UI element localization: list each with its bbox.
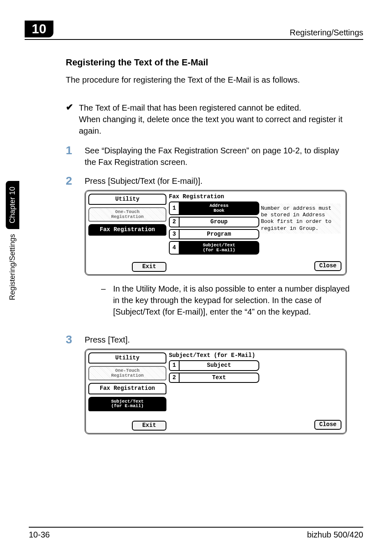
list-row-subject[interactable]: 1 Subject: [169, 360, 259, 371]
utility-tab[interactable]: Utility: [88, 194, 166, 205]
check-note: ✔ The Text of E-mail that has been regis…: [66, 102, 351, 137]
exit-button[interactable]: Exit: [132, 262, 166, 271]
one-touch-registration-tab[interactable]: One-Touch Registration: [88, 207, 166, 222]
content-area: Registering the Text of the E-Mail The p…: [25, 40, 363, 434]
subject-text-panel: Utility One-Touch Registration Fax Regis…: [85, 349, 351, 434]
fax-registration-tab-selected[interactable]: Fax Registration: [88, 224, 166, 235]
list-row-group[interactable]: 2 Group: [169, 217, 259, 227]
row-index: 4: [169, 241, 179, 255]
panel-title: Fax Registration: [169, 194, 343, 200]
close-button[interactable]: Close: [314, 420, 341, 429]
label: (for E-mail): [111, 403, 143, 408]
check-note-line1: The Text of E-mail that has been registe…: [79, 103, 301, 112]
list-row-subject-text[interactable]: 4 Subject/Text (for E-mail): [169, 241, 259, 255]
step-3: 3 Press [Text]. Utility One-Touch Regist…: [66, 334, 351, 434]
list-row-address-book[interactable]: 1 Address Book: [169, 202, 259, 215]
label: Address: [210, 203, 228, 208]
fax-registration-tab[interactable]: Fax Registration: [88, 383, 166, 394]
step-number: 1: [66, 145, 76, 168]
step-3-text: Press [Text].: [85, 334, 351, 345]
label: Registration: [111, 373, 143, 378]
step-body: Press [Text]. Utility One-Touch Registra…: [85, 334, 351, 434]
subject-text-button[interactable]: Subject/Text (for E-mail): [179, 241, 259, 255]
dash-icon: –: [101, 283, 106, 317]
one-touch-registration-tab[interactable]: One-Touch Registration: [88, 366, 166, 380]
lcd-left-column: Utility One-Touch Registration Fax Regis…: [88, 352, 166, 431]
lcd-panel-2: Utility One-Touch Registration Fax Regis…: [85, 349, 347, 434]
step-1: 1 See “Displaying the Fax Registration S…: [66, 145, 351, 168]
step-2-subnote: – In the Utility Mode, it is also possib…: [101, 283, 351, 317]
list-row-text[interactable]: 2 Text: [169, 373, 259, 383]
step-2: 2 Press [Subject/Text (for E-mail)]. Uti…: [66, 175, 351, 327]
side-tab-section: Registering/Settings: [8, 234, 17, 300]
spacer: [88, 238, 166, 260]
row-index: 3: [169, 229, 179, 239]
page-footer: 10-36 bizhub 500/420: [29, 527, 363, 540]
intro-paragraph: The procedure for registering the Text o…: [66, 74, 351, 86]
fax-registration-panel: Utility One-Touch Registration Fax Regis…: [85, 190, 351, 276]
step-number: 2: [66, 175, 76, 327]
page-header: 10 Registering/Settings: [25, 21, 363, 40]
spacer: [88, 414, 166, 419]
label: (for E-mail): [203, 248, 235, 253]
panel-title: Subject/Text (for E-Mail): [169, 352, 343, 359]
step-2-text: Press [Subject/Text (for E-mail)].: [85, 175, 351, 187]
panel-list: 1 Subject 2 Text: [169, 360, 259, 383]
label: One-Touch: [115, 209, 139, 214]
running-title: Registering/Settings: [290, 28, 363, 37]
side-tab: Chapter 10 Registering/Settings: [6, 181, 19, 300]
lcd-panel-1: Utility One-Touch Registration Fax Regis…: [85, 190, 347, 276]
side-tab-chapter: Chapter 10: [6, 181, 19, 229]
address-book-button[interactable]: Address Book: [179, 202, 259, 215]
row-index: 2: [169, 373, 179, 383]
page-number: 10-36: [29, 530, 50, 540]
label: Subject/Text: [111, 399, 143, 404]
label: Subject/Text: [203, 243, 235, 248]
check-note-text: The Text of E-mail that has been registe…: [79, 102, 351, 137]
exit-button[interactable]: Exit: [132, 421, 166, 430]
step-number: 3: [66, 334, 76, 434]
close-button[interactable]: Close: [314, 261, 341, 271]
model-name: bizhub 500/420: [307, 530, 363, 540]
panel-list: 1 Address Book 2 Group: [169, 202, 259, 255]
lcd-left-column: Utility One-Touch Registration Fax Regis…: [88, 194, 166, 272]
step-2-subnote-text: In the Utility Mode, it is also possible…: [113, 283, 351, 317]
label: Book: [214, 208, 224, 213]
checkmark-icon: ✔: [66, 102, 73, 137]
group-button[interactable]: Group: [179, 217, 259, 227]
page: 10 Registering/Settings Chapter 10 Regis…: [0, 0, 392, 556]
row-index: 1: [169, 202, 179, 215]
subject-text-tab-selected[interactable]: Subject/Text (for E-mail): [88, 397, 166, 411]
utility-tab[interactable]: Utility: [88, 352, 166, 364]
row-index: 2: [169, 217, 179, 227]
label: One-Touch: [115, 368, 139, 373]
chapter-number-badge: 10: [25, 21, 53, 37]
check-note-line2: When changing it, delete once the text y…: [79, 115, 342, 135]
program-button[interactable]: Program: [179, 229, 259, 239]
list-row-program[interactable]: 3 Program: [169, 229, 259, 239]
info-text: Number or address must be stored in Addr…: [259, 204, 341, 234]
lcd-right-column: Fax Registration 1 Address Book: [169, 194, 343, 272]
row-index: 1: [169, 360, 179, 371]
section-heading: Registering the Text of the E-Mail: [66, 56, 351, 69]
text-button[interactable]: Text: [179, 373, 259, 383]
label: Registration: [111, 214, 143, 219]
step-body: Press [Subject/Text (for E-mail)]. Utili…: [85, 175, 351, 327]
step-body: See “Displaying the Fax Registration Scr…: [85, 145, 351, 168]
lcd-right-column: Subject/Text (for E-Mail) 1 Subject 2 Te…: [169, 352, 343, 431]
subject-button[interactable]: Subject: [179, 360, 259, 371]
